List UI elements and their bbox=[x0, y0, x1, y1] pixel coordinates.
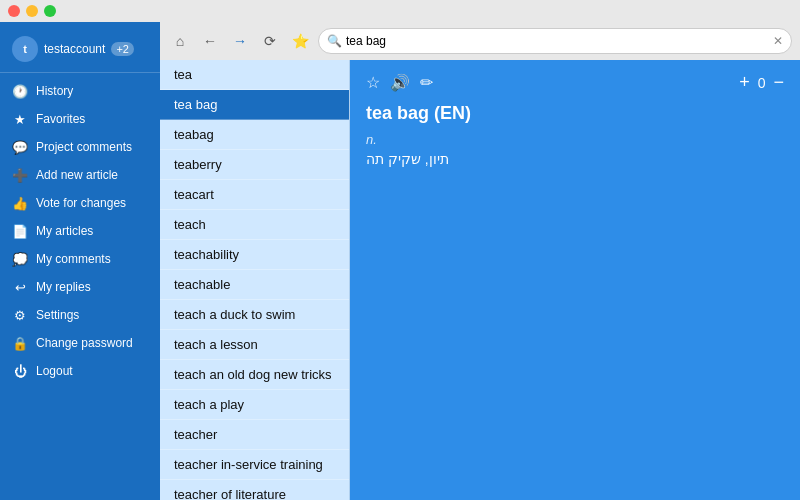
audio-button[interactable]: 🔊 bbox=[390, 73, 410, 92]
definition-text: תיון, שקיק תה bbox=[366, 151, 784, 167]
search-icon: 🔍 bbox=[327, 34, 342, 48]
replies-icon: ↩ bbox=[12, 279, 28, 295]
sidebar-item-my-comments[interactable]: 💭 My comments bbox=[0, 245, 160, 273]
definition-panel: ☆ 🔊 ✏ + 0 − tea bag (EN) n. תיון, שקיק ת… bbox=[350, 60, 800, 500]
home-button[interactable]: ⌂ bbox=[168, 29, 192, 53]
sidebar-item-label: Logout bbox=[36, 364, 73, 378]
starred-button[interactable]: ⭐ bbox=[288, 29, 312, 53]
logout-icon: ⏻ bbox=[12, 363, 28, 379]
history-icon: 🕐 bbox=[12, 83, 28, 99]
sidebar-item-label: My comments bbox=[36, 252, 111, 266]
list-item[interactable]: teach a lesson bbox=[160, 330, 349, 360]
sidebar-user: t testaccount +2 bbox=[0, 30, 160, 68]
list-item[interactable]: teach bbox=[160, 210, 349, 240]
definition-pos: n. bbox=[366, 132, 784, 147]
list-item[interactable]: teacher in-service training bbox=[160, 450, 349, 480]
sidebar-item-label: Project comments bbox=[36, 140, 132, 154]
list-item[interactable]: teacher bbox=[160, 420, 349, 450]
definition-title: tea bag (EN) bbox=[366, 103, 784, 124]
vote-count: 0 bbox=[758, 75, 766, 91]
right-panel: ⌂ ← → ⟳ ⭐ 🔍 ✕ tea tea bag teabag teaberr… bbox=[160, 22, 800, 500]
sidebar-item-label: History bbox=[36, 84, 73, 98]
sidebar-item-change-password[interactable]: 🔒 Change password bbox=[0, 329, 160, 357]
list-item[interactable]: teacart bbox=[160, 180, 349, 210]
clear-search-button[interactable]: ✕ bbox=[773, 34, 783, 48]
sidebar-item-logout[interactable]: ⏻ Logout bbox=[0, 357, 160, 385]
definition-toolbar: ☆ 🔊 ✏ + 0 − bbox=[366, 72, 784, 93]
comments-icon: 💬 bbox=[12, 139, 28, 155]
list-item[interactable]: teacher of literature bbox=[160, 480, 349, 500]
vote-icon: 👍 bbox=[12, 195, 28, 211]
vote-up-button[interactable]: + bbox=[739, 72, 750, 93]
back-button[interactable]: ← bbox=[198, 29, 222, 53]
my-comments-icon: 💭 bbox=[12, 251, 28, 267]
word-list: tea tea bag teabag teaberry teacart teac… bbox=[160, 60, 350, 500]
avatar: t bbox=[12, 36, 38, 62]
vote-down-button[interactable]: − bbox=[773, 72, 784, 93]
list-item[interactable]: teachability bbox=[160, 240, 349, 270]
list-item[interactable]: teachable bbox=[160, 270, 349, 300]
favorites-icon: ★ bbox=[12, 111, 28, 127]
sidebar-item-project-comments[interactable]: 💬 Project comments bbox=[0, 133, 160, 161]
articles-icon: 📄 bbox=[12, 223, 28, 239]
username-label: testaccount bbox=[44, 42, 105, 56]
list-item[interactable]: tea bbox=[160, 60, 349, 90]
sidebar-item-favorites[interactable]: ★ Favorites bbox=[0, 105, 160, 133]
settings-icon: ⚙ bbox=[12, 307, 28, 323]
sidebar-item-label: Vote for changes bbox=[36, 196, 126, 210]
sidebar-item-my-replies[interactable]: ↩ My replies bbox=[0, 273, 160, 301]
sidebar-item-history[interactable]: 🕐 History bbox=[0, 77, 160, 105]
forward-button[interactable]: → bbox=[228, 29, 252, 53]
title-bar bbox=[0, 0, 800, 22]
sidebar-item-add-article[interactable]: ➕ Add new article bbox=[0, 161, 160, 189]
sidebar-divider bbox=[0, 72, 160, 73]
bookmark-button[interactable]: ☆ bbox=[366, 73, 380, 92]
search-bar: 🔍 ✕ bbox=[318, 28, 792, 54]
sidebar-item-settings[interactable]: ⚙ Settings bbox=[0, 301, 160, 329]
sidebar-item-label: Change password bbox=[36, 336, 133, 350]
edit-button[interactable]: ✏ bbox=[420, 73, 433, 92]
top-bar: ⌂ ← → ⟳ ⭐ 🔍 ✕ bbox=[160, 22, 800, 60]
sidebar-item-label: Favorites bbox=[36, 112, 85, 126]
sidebar-item-label: My replies bbox=[36, 280, 91, 294]
lock-icon: 🔒 bbox=[12, 335, 28, 351]
user-badge: +2 bbox=[111, 42, 134, 56]
add-icon: ➕ bbox=[12, 167, 28, 183]
sidebar: t testaccount +2 🕐 History ★ Favorites 💬… bbox=[0, 22, 160, 500]
list-item[interactable]: teach an old dog new tricks bbox=[160, 360, 349, 390]
list-item[interactable]: teach a duck to swim bbox=[160, 300, 349, 330]
content-area: tea tea bag teabag teaberry teacart teac… bbox=[160, 60, 800, 500]
list-item[interactable]: teaberry bbox=[160, 150, 349, 180]
minimize-dot[interactable] bbox=[26, 5, 38, 17]
list-item[interactable]: teabag bbox=[160, 120, 349, 150]
list-item[interactable]: tea bag bbox=[160, 90, 349, 120]
sidebar-item-my-articles[interactable]: 📄 My articles bbox=[0, 217, 160, 245]
sidebar-item-vote[interactable]: 👍 Vote for changes bbox=[0, 189, 160, 217]
close-dot[interactable] bbox=[8, 5, 20, 17]
list-item[interactable]: teach a play bbox=[160, 390, 349, 420]
main-content: t testaccount +2 🕐 History ★ Favorites 💬… bbox=[0, 22, 800, 500]
maximize-dot[interactable] bbox=[44, 5, 56, 17]
sidebar-item-label: My articles bbox=[36, 224, 93, 238]
sidebar-item-label: Add new article bbox=[36, 168, 118, 182]
search-input[interactable] bbox=[346, 34, 769, 48]
sidebar-item-label: Settings bbox=[36, 308, 79, 322]
history-button[interactable]: ⟳ bbox=[258, 29, 282, 53]
vote-counter: + 0 − bbox=[739, 72, 784, 93]
